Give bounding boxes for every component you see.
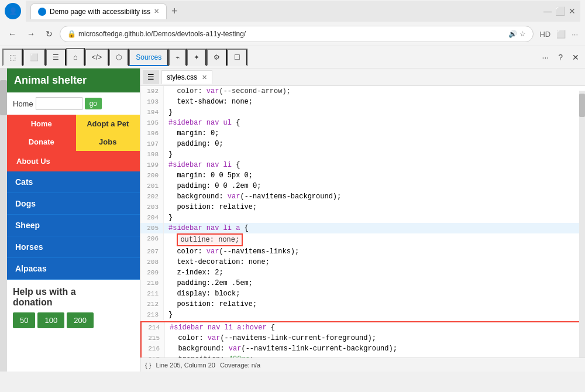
go-button[interactable]: go	[85, 98, 102, 109]
line-number: 200	[140, 170, 164, 181]
line-content: outline: none;	[164, 233, 243, 246]
sidebar-toggle-icon[interactable]: ⬜	[554, 29, 568, 40]
line-number: 204	[140, 212, 164, 223]
about-nav-button[interactable]: About Us	[7, 151, 140, 171]
dt-tab-pointer[interactable]: ⬚	[2, 49, 23, 66]
tab-bar: Demo page with accessibility iss ✕ + — ⬜…	[26, 1, 580, 22]
code-scrollbar[interactable]	[579, 91, 585, 357]
left-scrollbar[interactable]	[0, 68, 7, 372]
read-aloud-icon[interactable]: 🔊	[508, 30, 517, 38]
line-content: color: var(--navitems-link-current-foreg…	[165, 333, 376, 343]
code-line-206: 206 outline: none;	[140, 233, 585, 246]
home-nav-button[interactable]: Home	[7, 115, 76, 133]
code-line-205: 205 #sidebar nav li a {	[140, 223, 585, 233]
line-number: 214	[142, 322, 165, 333]
active-tab[interactable]: Demo page with accessibility iss ✕	[30, 4, 167, 19]
line-number: 197	[140, 139, 164, 149]
file-tab-close-button[interactable]: ✕	[202, 74, 207, 81]
dt-close-button[interactable]: ✕	[569, 50, 583, 64]
dt-tab-home[interactable]: ⌂	[66, 48, 85, 66]
code-scroll-thumb[interactable]	[579, 94, 585, 117]
forward-button[interactable]: →	[23, 27, 39, 41]
more-button[interactable]: ···	[569, 29, 580, 40]
dt-tab-network[interactable]: ⌁	[168, 49, 187, 66]
site-content: Animal shelter Home go Home Adopt a Pet …	[7, 68, 140, 335]
refresh-button[interactable]: ↻	[42, 27, 56, 41]
line-content: #sidebar nav li a {	[164, 223, 249, 233]
new-tab-button[interactable]: +	[169, 3, 180, 20]
collections-icon[interactable]: HD	[537, 29, 553, 40]
line-content: z-index: 2;	[164, 267, 223, 278]
search-label: Home	[13, 99, 33, 108]
dt-tab-performance[interactable]: ✦	[187, 49, 207, 66]
favorites-icon[interactable]: ☆	[519, 30, 526, 38]
code-line-212: 212 position: relative;	[140, 299, 585, 310]
restore-button[interactable]: ⬜	[555, 6, 565, 16]
devtools-right-wrapper: ☰ styles.css ✕ 192 color: var(--second-a…	[140, 68, 585, 372]
dt-tab-device[interactable]: ☐	[227, 49, 247, 66]
animal-item-sheep[interactable]: Sheep	[7, 215, 140, 236]
line-number: 213	[140, 310, 164, 320]
adopt-nav-button[interactable]: Adopt a Pet	[76, 115, 140, 133]
code-line-197: 197 padding: 0;	[140, 139, 585, 149]
line-number: 192	[140, 86, 164, 97]
dt-tab-elements[interactable]: </>	[85, 49, 109, 66]
code-area[interactable]: 192 color: var(--second-arrow); 193 text…	[140, 86, 585, 357]
jobs-nav-button[interactable]: Jobs	[76, 133, 140, 151]
line-content: position: relative;	[164, 299, 257, 310]
search-input[interactable]	[36, 97, 82, 110]
donate-200-button[interactable]: 200	[67, 312, 94, 328]
line-content: color: var(--navitems-links);	[164, 246, 299, 257]
line-number: 208	[140, 257, 164, 267]
close-button[interactable]: ✕	[569, 6, 576, 16]
code-line-209: 209 z-index: 2;	[140, 267, 585, 278]
hover-block-outline: 214 #sidebar nav li a:hover { 215 color:…	[140, 321, 585, 357]
line-number: 206	[140, 233, 164, 246]
dt-tab-inspect[interactable]: ☰	[46, 49, 66, 66]
code-line-215: 215 color: var(--navitems-link-current-f…	[142, 333, 584, 343]
line-number: 211	[140, 288, 164, 299]
url-bar[interactable]: 🔒 microsoftedge.github.io/Demos/devtools…	[60, 26, 534, 42]
line-content: transition: 400ms;	[165, 354, 254, 357]
file-panel-toggle[interactable]: ☰	[143, 70, 159, 84]
animal-item-dogs[interactable]: Dogs	[7, 193, 140, 215]
dt-tab-screenshot[interactable]: ⬜	[23, 49, 46, 66]
left-scroll-thumb[interactable]	[0, 80, 7, 115]
back-button[interactable]: ←	[5, 27, 20, 41]
dt-more-button[interactable]: ···	[539, 50, 553, 64]
code-line-200: 200 margin: 0 0 5px 0;	[140, 170, 585, 181]
line-number: 217	[142, 354, 165, 357]
line-content: padding: 0 0 .2em 0;	[164, 181, 261, 191]
animal-item-alpacas[interactable]: Alpacas	[7, 258, 140, 280]
donate-100-button[interactable]: 100	[37, 312, 64, 328]
line-content: position: relative;	[164, 202, 257, 212]
animal-item-cats[interactable]: Cats	[7, 171, 140, 193]
minimize-button[interactable]: —	[543, 6, 552, 16]
file-tab-styles[interactable]: styles.css ✕	[161, 70, 212, 84]
code-line-193: 193 text-shadow: none;	[140, 97, 585, 107]
tab-close-button[interactable]: ✕	[154, 8, 159, 15]
code-line-196: 196 margin: 0;	[140, 128, 585, 139]
search-area: Home go	[7, 92, 140, 115]
dt-tab-sources[interactable]: Sources	[129, 49, 168, 66]
nav-row-2: Donate Jobs	[7, 133, 140, 151]
site-header: Animal shelter	[7, 68, 140, 92]
browser-chrome: 👤 Demo page with accessibility iss ✕ + —…	[0, 0, 585, 46]
donate-50-button[interactable]: 50	[13, 312, 35, 328]
lock-icon: 🔒	[67, 30, 76, 38]
code-line-214: 214 #sidebar nav li a:hover {	[142, 322, 584, 333]
code-line-198: 198 }	[140, 149, 585, 160]
line-content: #sidebar nav li {	[164, 160, 240, 170]
code-line-208: 208 text-decoration: none;	[140, 257, 585, 267]
dt-tab-settings[interactable]: ⚙	[207, 49, 227, 66]
dt-help-button[interactable]: ?	[555, 50, 566, 64]
donate-title: Help us with adonation	[13, 287, 134, 308]
dt-tab-console[interactable]: ⬡	[109, 49, 129, 66]
url-text: microsoftedge.github.io/Demos/devtools-a…	[78, 30, 246, 38]
line-number: 205	[140, 223, 164, 233]
line-number: 198	[140, 149, 164, 160]
file-tab-label: styles.css	[167, 73, 197, 81]
line-content: padding: 0;	[164, 139, 223, 149]
animal-item-horses[interactable]: Horses	[7, 236, 140, 258]
line-number: 195	[140, 118, 164, 128]
